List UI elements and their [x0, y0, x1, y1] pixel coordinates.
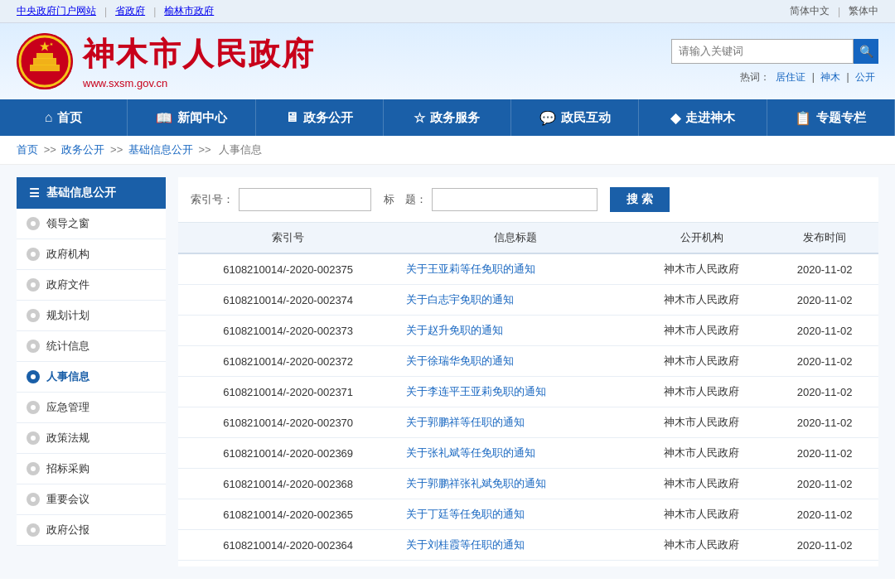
cell-index: 6108210014/-2020-002364: [178, 530, 398, 561]
table-row: 6108210014/-2020-002371关于李连平王亚莉免职的通知神木市人…: [178, 377, 878, 407]
cell-org: 神木市人民政府: [633, 438, 771, 469]
title-link[interactable]: 关于赵升免职的通知: [406, 324, 503, 336]
cell-date: 2020-11-02: [771, 469, 878, 499]
sidebar-item-统计信息[interactable]: 统计信息: [17, 331, 166, 362]
title-link[interactable]: 关于王亚莉等任免职的通知: [406, 263, 535, 275]
sidebar-item-label: 招标采购: [46, 461, 90, 476]
affairs-icon: 🖥: [285, 110, 298, 125]
lang-traditional[interactable]: 繁体中: [849, 4, 878, 18]
nav-affairs-label: 政务公开: [303, 110, 353, 126]
dot-icon: [27, 278, 40, 292]
cell-org: 神木市人民政府: [633, 285, 771, 316]
title-link[interactable]: 关于刘桂霞等任职的通知: [406, 538, 525, 551]
top-link-central[interactable]: 中央政府门户网站: [17, 4, 96, 18]
nav-news[interactable]: 📖 新闻中心: [128, 99, 255, 136]
table-header-row: 索引号 信息标题 公开机构 发布时间: [178, 223, 878, 253]
nav-interaction-label: 政民互动: [561, 110, 611, 126]
nav-explore[interactable]: ◆ 走进神木: [639, 99, 767, 136]
search-input[interactable]: [671, 39, 854, 64]
svg-rect-2: [30, 65, 60, 71]
cell-title: 关于张礼斌等任免职的通知: [398, 438, 632, 469]
search-box: 🔍: [671, 39, 878, 64]
top-bar-lang: 简体中文 | 繁体中: [790, 4, 878, 18]
svg-rect-4: [36, 53, 53, 59]
breadcrumb: 首页 >> 政务公开 >> 基础信息公开 >> 人事信息: [0, 136, 895, 165]
col-header-org: 公开机构: [633, 223, 771, 253]
cell-org: 神木市人民政府: [633, 316, 771, 346]
sidebar-item-label: 规划计划: [46, 308, 90, 323]
logo-text: 神木市人民政府 www.sxsm.gov.cn: [83, 33, 315, 89]
top-link-yulin[interactable]: 榆林市政府: [164, 4, 214, 18]
sidebar-item-政府机构[interactable]: 政府机构: [17, 239, 166, 270]
sidebar-item-规划计划[interactable]: 规划计划: [17, 301, 166, 331]
header: 神木市人民政府 www.sxsm.gov.cn 🔍 热词： 居住证 | 神木 |…: [0, 23, 895, 99]
logo-area: 神木市人民政府 www.sxsm.gov.cn: [17, 33, 315, 89]
main-nav: ⌂ 首页 📖 新闻中心 🖥 政务公开 ☆ 政务服务 💬 政民互动 ◆ 走进神木 …: [0, 99, 895, 136]
title-label: 标 题：: [384, 192, 427, 207]
sidebar-item-领导之窗[interactable]: 领导之窗: [17, 209, 166, 239]
title-link[interactable]: 关于丁廷等任免职的通知: [406, 508, 525, 520]
cell-date: 2020-11-02: [771, 253, 878, 285]
title-link[interactable]: 关于张礼斌等任免职的通知: [406, 446, 535, 459]
dot-icon: [27, 431, 40, 445]
nav-interaction[interactable]: 💬 政民互动: [511, 99, 639, 136]
data-table: 索引号 信息标题 公开机构 发布时间 6108210014/-2020-0023…: [178, 223, 878, 561]
sidebar-item-招标采购[interactable]: 招标采购: [17, 454, 166, 484]
services-icon: ☆: [414, 110, 425, 126]
breadcrumb-affairs[interactable]: 政务公开: [61, 143, 104, 156]
sep1: |: [104, 6, 107, 17]
nav-affairs[interactable]: 🖥 政务公开: [256, 99, 384, 136]
breadcrumb-home[interactable]: 首页: [17, 143, 38, 156]
cell-org: 神木市人民政府: [633, 499, 771, 530]
title-link[interactable]: 关于徐瑞华免职的通知: [406, 354, 514, 367]
nav-services[interactable]: ☆ 政务服务: [384, 99, 511, 136]
sidebar-item-重要会议[interactable]: 重要会议: [17, 484, 166, 515]
cell-date: 2020-11-02: [771, 285, 878, 316]
sidebar-item-政府公报[interactable]: 政府公报: [17, 515, 166, 546]
index-search-field: 索引号：: [191, 188, 371, 211]
nav-home[interactable]: ⌂ 首页: [0, 99, 128, 136]
nav-special[interactable]: 📋 专题专栏: [767, 99, 895, 136]
table-row: 6108210014/-2020-002375关于王亚莉等任免职的通知神木市人民…: [178, 253, 878, 285]
logo-emblem: [17, 33, 73, 89]
site-url: www.sxsm.gov.cn: [83, 77, 315, 89]
sidebar-item-政策法规[interactable]: 政策法规: [17, 423, 166, 454]
top-link-province[interactable]: 省政府: [115, 4, 145, 18]
search-button[interactable]: 🔍: [854, 39, 878, 64]
col-header-date: 发布时间: [771, 223, 878, 253]
dot-icon: [27, 370, 40, 383]
table-row: 6108210014/-2020-002373关于赵升免职的通知神木市人民政府2…: [178, 316, 878, 346]
table-row: 6108210014/-2020-002372关于徐瑞华免职的通知神木市人民政府…: [178, 346, 878, 377]
content-search-button[interactable]: 搜 索: [610, 187, 670, 212]
cell-title: 关于王亚莉等任免职的通知: [398, 253, 632, 285]
sidebar-title: ☰ 基础信息公开: [17, 177, 166, 209]
cell-title: 关于丁廷等任免职的通知: [398, 499, 632, 530]
table-row: 6108210014/-2020-002370关于郭鹏祥等任职的通知神木市人民政…: [178, 407, 878, 438]
sep2: |: [153, 6, 156, 17]
dot-icon: [27, 462, 40, 475]
hotword-2[interactable]: 神木: [820, 71, 840, 83]
cell-index: 6108210014/-2020-002365: [178, 499, 398, 530]
title-input[interactable]: [432, 188, 597, 211]
cell-date: 2020-11-02: [771, 499, 878, 530]
right-content: 索引号： 标 题： 搜 索 索引号 信息标题 公开机构 发布时间 6108210…: [178, 177, 878, 566]
title-link[interactable]: 关于郭鹏祥张礼斌免职的通知: [406, 477, 546, 489]
title-link[interactable]: 关于郭鹏祥等任职的通知: [406, 416, 525, 428]
breadcrumb-basic[interactable]: 基础信息公开: [128, 143, 193, 156]
nav-special-label: 专题专栏: [816, 110, 866, 126]
hotword-3[interactable]: 公开: [855, 71, 875, 83]
sidebar-item-政府文件[interactable]: 政府文件: [17, 270, 166, 301]
hotword-1[interactable]: 居住证: [776, 71, 806, 83]
title-link[interactable]: 关于李连平王亚莉免职的通知: [406, 385, 546, 398]
index-input[interactable]: [239, 188, 371, 211]
title-link[interactable]: 关于白志宇免职的通知: [406, 293, 514, 306]
cell-title: 关于赵升免职的通知: [398, 316, 632, 346]
nav-explore-label: 走进神木: [685, 110, 735, 126]
cell-title: 关于刘桂霞等任职的通知: [398, 530, 632, 561]
sidebar-item-人事信息[interactable]: 人事信息: [17, 362, 166, 393]
dot-icon: [27, 523, 40, 537]
sidebar-item-应急管理[interactable]: 应急管理: [17, 393, 166, 423]
cell-org: 神木市人民政府: [633, 346, 771, 377]
cell-index: 6108210014/-2020-002373: [178, 316, 398, 346]
lang-simplified[interactable]: 简体中文: [790, 4, 830, 18]
